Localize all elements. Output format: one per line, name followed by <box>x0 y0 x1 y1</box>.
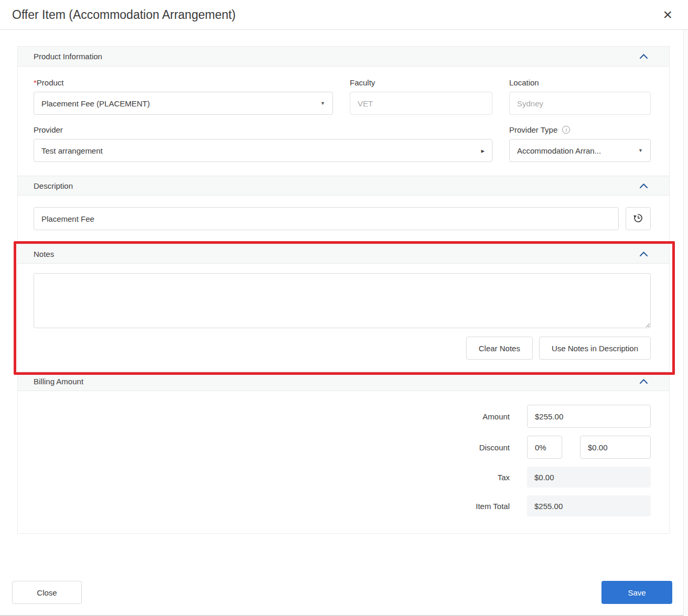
notes-title: Notes <box>34 250 54 258</box>
item-total-value: $255.00 <box>527 495 651 516</box>
history-icon <box>633 213 643 225</box>
discount-row: Discount <box>34 436 651 459</box>
provider-label: Provider <box>34 125 492 134</box>
location-label: Location <box>509 78 651 87</box>
arrow-right-icon: ▸ <box>481 147 485 155</box>
product-row: *Product Placement Fee (PLACEMENT) ▼ Fac… <box>34 78 651 115</box>
form-card: Product Information *Product Placement F… <box>17 46 670 534</box>
provider-type-label: Provider Type i <box>509 125 651 134</box>
provider-field: Provider Test arrangement ▸ <box>34 125 492 162</box>
provider-type-field: Provider Type i Accommodation Arran... ▼ <box>509 125 651 162</box>
amount-input[interactable] <box>527 405 651 428</box>
modal-footer: Close Save <box>12 581 672 604</box>
product-select[interactable]: Placement Fee (PLACEMENT) ▼ <box>34 92 333 115</box>
modal-titlebar: Offer Item (Accommodation Arrangement) × <box>0 0 688 30</box>
chevron-up-icon[interactable] <box>638 182 649 190</box>
product-information-header[interactable]: Product Information <box>18 47 669 67</box>
notes-header[interactable]: Notes <box>18 244 669 264</box>
info-icon[interactable]: i <box>562 126 570 134</box>
provider-value: Test arrangement <box>41 146 103 155</box>
amount-row: Amount <box>34 405 651 428</box>
save-button[interactable]: Save <box>601 581 672 604</box>
location-input <box>509 92 651 115</box>
description-header[interactable]: Description <box>18 176 669 196</box>
product-information-body: *Product Placement Fee (PLACEMENT) ▼ Fac… <box>18 67 669 176</box>
product-label: *Product <box>34 78 333 87</box>
billing-body: Amount Discount Tax $0.00 Item Total $25… <box>18 391 669 533</box>
close-icon[interactable]: × <box>662 7 673 23</box>
provider-type-value: Accommodation Arran... <box>517 146 601 155</box>
notes-textarea[interactable] <box>34 273 651 328</box>
offer-item-modal: Offer Item (Accommodation Arrangement) ×… <box>0 0 688 616</box>
location-field: Location <box>509 78 651 115</box>
billing-amount-section: Billing Amount Amount Discount Tax $0.0 <box>18 371 669 533</box>
restore-description-button[interactable] <box>626 207 651 230</box>
provider-type-select[interactable]: Accommodation Arran... ▼ <box>509 139 651 162</box>
product-field: *Product Placement Fee (PLACEMENT) ▼ <box>34 78 333 115</box>
item-total-row: Item Total $255.00 <box>34 495 651 516</box>
product-value: Placement Fee (PLACEMENT) <box>41 99 150 108</box>
faculty-label: Faculty <box>350 78 492 87</box>
discount-amount-input[interactable] <box>580 436 651 459</box>
billing-amount-header[interactable]: Billing Amount <box>18 371 669 391</box>
faculty-input <box>350 92 492 115</box>
notes-body: Clear Notes Use Notes in Description <box>18 264 669 371</box>
faculty-field: Faculty <box>350 78 492 115</box>
provider-lookup[interactable]: Test arrangement ▸ <box>34 139 492 162</box>
clear-notes-button[interactable]: Clear Notes <box>466 337 533 360</box>
caret-down-icon: ▼ <box>638 148 643 153</box>
use-notes-in-description-button[interactable]: Use Notes in Description <box>539 337 651 360</box>
description-section: Description <box>18 176 669 244</box>
chevron-up-icon[interactable] <box>638 52 649 60</box>
item-total-label: Item Total <box>476 502 510 511</box>
tax-row: Tax $0.00 <box>34 467 651 488</box>
product-information-title: Product Information <box>34 52 102 61</box>
notes-section: Notes Clear Notes Use Notes in Descripti… <box>18 244 669 371</box>
billing-amount-title: Billing Amount <box>34 377 83 386</box>
modal-title: Offer Item (Accommodation Arrangement) <box>12 8 236 22</box>
description-input[interactable] <box>34 207 619 230</box>
description-body <box>18 196 669 244</box>
amount-label: Amount <box>482 412 510 421</box>
chevron-up-icon[interactable] <box>638 250 649 258</box>
provider-row: Provider Test arrangement ▸ Provider Typ… <box>34 125 651 162</box>
discount-percent-input[interactable] <box>527 436 562 459</box>
discount-label: Discount <box>479 443 510 452</box>
chevron-up-icon[interactable] <box>638 377 649 385</box>
product-information-section: Product Information *Product Placement F… <box>18 47 669 176</box>
scrollbar[interactable] <box>683 30 688 616</box>
caret-down-icon: ▼ <box>320 101 325 106</box>
close-button[interactable]: Close <box>12 581 82 604</box>
tax-value: $0.00 <box>527 467 651 488</box>
description-title: Description <box>34 181 73 190</box>
tax-label: Tax <box>498 473 510 482</box>
notes-actions: Clear Notes Use Notes in Description <box>34 337 651 360</box>
